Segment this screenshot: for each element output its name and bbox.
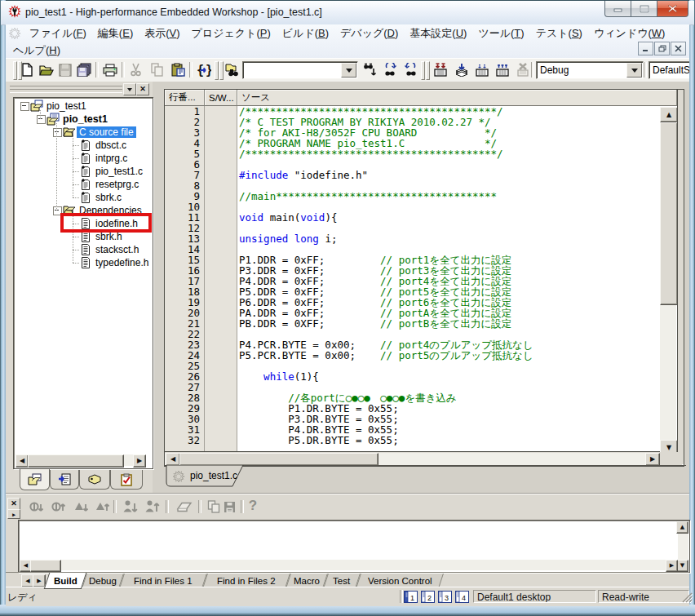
- tree-hscroll-thumb[interactable]: [28, 454, 124, 468]
- menu-item[interactable]: プロジェクト(P): [186, 26, 277, 41]
- toolbar-grip[interactable]: [421, 61, 425, 80]
- document-tab-label[interactable]: pio_test1.c: [190, 470, 237, 481]
- resize-grip[interactable]: [682, 592, 693, 603]
- find-text-combobox[interactable]: [242, 61, 358, 79]
- save-all-button[interactable]: [74, 60, 93, 79]
- toolbar-grip[interactable]: [426, 61, 430, 80]
- output-scroll-up-button[interactable]: ▲: [676, 521, 688, 534]
- breakpoint-gutter[interactable]: [205, 106, 237, 451]
- next-error-button[interactable]: [28, 499, 46, 515]
- tab-navigation[interactable]: [79, 470, 110, 490]
- output-scroll-down-button[interactable]: ▼: [676, 560, 688, 572]
- output-close-button[interactable]: ✕: [7, 498, 20, 510]
- desktop-layout-icon-4[interactable]: 4: [455, 591, 469, 603]
- tree-expand-box[interactable]: [20, 102, 29, 111]
- output-tabs-scroll-right[interactable]: ▶: [33, 574, 46, 587]
- menu-item[interactable]: 編集(E): [92, 26, 139, 41]
- column-line-number[interactable]: 行番...: [165, 90, 205, 106]
- build-file-button[interactable]: [452, 60, 471, 79]
- output-scroll-right-button[interactable]: ▶: [666, 560, 678, 572]
- build-all-button[interactable]: [493, 60, 511, 79]
- readwrite-panel[interactable]: Read-write: [598, 590, 689, 603]
- mdi-restore-button[interactable]: [654, 42, 670, 55]
- prev-bookmark-button[interactable]: [144, 499, 162, 515]
- editor-scroll-right-button[interactable]: ▶: [645, 453, 660, 466]
- tree-item-label[interactable]: pio_test1: [44, 100, 89, 112]
- find-forward-button[interactable]: [381, 60, 400, 79]
- editor-hscroll-thumb[interactable]: [179, 453, 378, 466]
- session-combobox[interactable]: DefaultSession: [649, 61, 689, 79]
- toolbar-grip[interactable]: [215, 61, 219, 80]
- editor-scroll-left-button[interactable]: ◀: [166, 453, 180, 466]
- column-source[interactable]: ソース: [237, 90, 677, 106]
- next-bookmark-button[interactable]: [122, 499, 139, 515]
- tree-item-label[interactable]: dbsct.c: [93, 140, 129, 151]
- find-combo-dropdown[interactable]: [341, 63, 356, 78]
- tree-scroll-left-button[interactable]: ◀: [15, 454, 29, 468]
- save-output-button[interactable]: [220, 499, 238, 515]
- open-file-button[interactable]: [37, 60, 55, 79]
- toolbar-grip[interactable]: [13, 61, 17, 80]
- paste-button[interactable]: [169, 60, 188, 79]
- menu-item[interactable]: 基本設定(U): [404, 26, 472, 41]
- tree-item-label[interactable]: typedefine.h: [93, 257, 151, 268]
- desktop-layout-icon-3[interactable]: 3: [438, 591, 452, 603]
- close-button[interactable]: [657, 1, 688, 17]
- mdi-close-button[interactable]: [671, 42, 686, 55]
- tab-test[interactable]: [110, 470, 143, 490]
- new-file-button[interactable]: [18, 60, 37, 79]
- mdi-minimize-button[interactable]: [638, 42, 653, 55]
- editor-scroll-up-button[interactable]: ▲: [660, 107, 678, 122]
- menu-item[interactable]: ウィンドウ(W): [588, 26, 671, 41]
- maximize-button[interactable]: [631, 1, 657, 17]
- tree-item-label[interactable]: resetprg.c: [93, 179, 141, 190]
- find-backward-button[interactable]: [401, 60, 419, 79]
- copy-button[interactable]: [148, 60, 166, 79]
- menu-item[interactable]: 表示(V): [139, 26, 185, 41]
- tree-item-label[interactable]: sbrk.h: [93, 231, 125, 242]
- tree-scroll-right-button[interactable]: ▶: [133, 454, 146, 468]
- clear-output-button[interactable]: [175, 499, 194, 515]
- desktop-panel[interactable]: Default1 desktop: [473, 590, 596, 603]
- help-button[interactable]: ?: [246, 497, 260, 515]
- next-marker-button[interactable]: [73, 499, 91, 515]
- stop-build-button[interactable]: [513, 60, 532, 79]
- tree-item-label[interactable]: intprg.c: [93, 153, 130, 164]
- find-in-files-button[interactable]: [224, 60, 242, 79]
- desktop-layout-icon-1[interactable]: 1: [404, 591, 418, 603]
- desktop-layout-icon-2[interactable]: 2: [421, 591, 435, 603]
- workspace-menu-button[interactable]: [123, 83, 136, 95]
- tab-projects[interactable]: [20, 469, 50, 490]
- output-tab-build[interactable]: Build: [44, 573, 86, 589]
- menu-item[interactable]: ビルド(B): [277, 26, 334, 41]
- compile-button[interactable]: [431, 60, 449, 79]
- prev-marker-button[interactable]: [94, 499, 112, 515]
- find-next-button[interactable]: [361, 60, 379, 79]
- tree-item-label[interactable]: pio_test1: [60, 113, 110, 125]
- code-area[interactable]: /***************************************…: [237, 106, 660, 451]
- workspace-grip[interactable]: [10, 89, 122, 93]
- build-button[interactable]: [472, 60, 491, 79]
- match-braces-button[interactable]: {}: [194, 60, 213, 79]
- tree-item-label[interactable]: C source file: [77, 126, 136, 138]
- cut-button[interactable]: [126, 60, 145, 79]
- output-expand-button[interactable]: ▸: [7, 509, 20, 519]
- column-sw-breakpoint[interactable]: S/W...: [205, 90, 237, 106]
- configuration-combobox[interactable]: Debug: [536, 61, 644, 79]
- menu-item[interactable]: テスト(S): [530, 26, 588, 41]
- tree-item-label[interactable]: pio_test1.c: [93, 166, 145, 177]
- output-textbox[interactable]: ▲ ▼ ◀ ▶: [18, 520, 690, 573]
- print-button[interactable]: [100, 60, 119, 79]
- menu-item[interactable]: ヘルプ(H): [7, 43, 66, 58]
- workspace-close-button[interactable]: ✕: [136, 83, 149, 95]
- prev-error-button[interactable]: [50, 499, 68, 515]
- menu-item[interactable]: デバッグ(D): [334, 26, 404, 41]
- save-button[interactable]: [55, 60, 74, 79]
- tree-item-label[interactable]: sbrk.c: [93, 192, 124, 203]
- menu-item[interactable]: ファイル(F): [24, 26, 92, 41]
- output-hscrollbar[interactable]: [20, 560, 676, 570]
- output-hscroll-thumb[interactable]: [30, 560, 61, 572]
- configuration-dropdown[interactable]: [626, 63, 642, 78]
- menu-item[interactable]: ツール(T): [472, 26, 529, 41]
- editor-vscroll-thumb[interactable]: [660, 122, 678, 305]
